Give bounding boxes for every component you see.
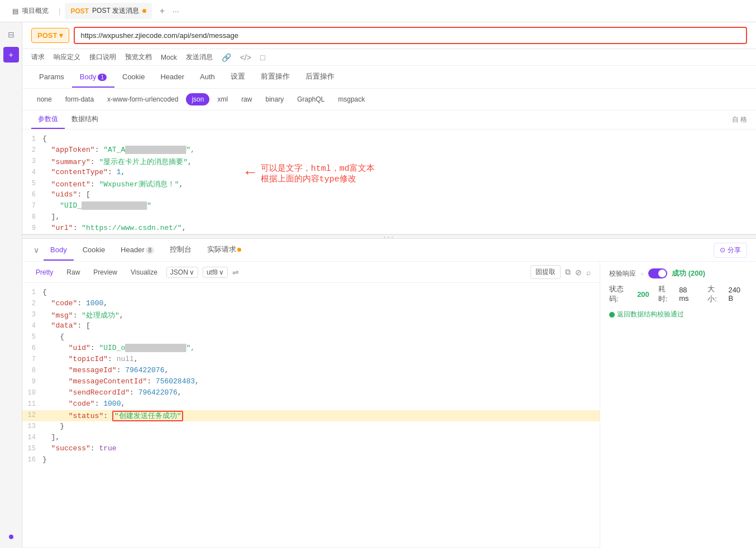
url-input[interactable] — [74, 27, 747, 44]
header-badge: 8 — [146, 247, 155, 254]
body-type-binary[interactable]: binary — [260, 93, 289, 105]
project-label: 项目概览 — [22, 6, 49, 16]
resp-main: Pretty Raw Preview Visualize JSON ∨ utf8… — [22, 262, 600, 548]
body-type-none[interactable]: none — [31, 93, 58, 105]
share-label: 分享 — [728, 246, 741, 255]
resp-tab-body[interactable]: Body — [44, 240, 74, 261]
copy-icon[interactable]: ⧉ — [565, 267, 571, 277]
body-type-form-data[interactable]: form-data — [60, 93, 99, 105]
wrap-icon[interactable]: ⇌ — [232, 268, 239, 277]
method-dropdown-icon: ▾ — [59, 31, 63, 40]
sidebar-add-btn[interactable]: + — [3, 47, 19, 63]
req-line-1: 1 { — [22, 134, 756, 145]
toolbar-api-desc[interactable]: 接口说明 — [89, 52, 116, 62]
method-label: POST — [37, 31, 57, 40]
encoding-select[interactable]: utf8 ∨ — [203, 267, 228, 278]
json-format-select[interactable]: JSON ∨ — [166, 267, 198, 278]
tab-add-button[interactable]: + — [156, 6, 168, 16]
window-icon[interactable]: □ — [260, 53, 265, 62]
tab-auth[interactable]: Auth — [192, 67, 223, 88]
extract-btn[interactable]: 固提取 — [530, 265, 561, 279]
tab-unsaved-dot — [142, 9, 146, 13]
clear-icon[interactable]: ⊘ — [575, 268, 582, 277]
sidebar-filter-btn[interactable]: ⊟ — [3, 27, 19, 42]
request-bar: POST ▾ — [22, 22, 756, 49]
tab-post-message[interactable]: POST POST 发送消息 — [65, 3, 151, 19]
tab-divider: | — [59, 7, 60, 15]
share-button[interactable]: ⊙ 分享 — [714, 243, 747, 258]
request-section: POST ▾ 请求 响应定义 接口说明 预览文档 Mock 发送消息 🔗 </>… — [22, 22, 756, 234]
resp-line-8: 8 "messageId": 796422076, — [22, 366, 600, 377]
search-icon[interactable]: ⌕ — [586, 268, 591, 277]
response-status-panel: 校验响应 ○ 成功 (200) 状态码: 200 耗时: 88 ms 大小: 2… — [600, 262, 756, 548]
resp-line-7: 7 "topicId": null, — [22, 354, 600, 366]
body-type-msgpack[interactable]: msgpack — [333, 93, 371, 105]
resp-line-6: 6 "uid": "UID_o██████████████", — [22, 343, 600, 354]
resp-line-16: 16 } — [22, 455, 600, 466]
body-type-xml[interactable]: xml — [212, 93, 233, 105]
link-icon[interactable]: 🔗 — [222, 53, 231, 62]
body-type-graphql[interactable]: GraphQL — [291, 93, 330, 105]
tab-project[interactable]: ▤ 项目概览 — [7, 3, 54, 19]
annotation-text: 可以是文字，html，md富文本 根据上面的内容type修改 — [261, 163, 375, 184]
resp-line-1: 1 { — [22, 287, 600, 299]
format-pretty[interactable]: Pretty — [31, 267, 58, 278]
resp-tab-actual-request[interactable]: 实际请求 — [200, 239, 248, 261]
status-info-line: 校验响应 ○ 成功 (200) — [609, 268, 747, 278]
format-raw[interactable]: Raw — [62, 267, 84, 278]
tab-cookie[interactable]: Cookie — [114, 67, 152, 88]
collapse-icon[interactable]: ∨ — [31, 241, 41, 259]
time-value: 88 ms — [679, 286, 698, 302]
response-format-bar: Pretty Raw Preview Visualize JSON ∨ utf8… — [22, 262, 600, 283]
toolbar-response-def[interactable]: 响应定义 — [54, 52, 80, 62]
toolbar-mock[interactable]: Mock — [161, 54, 177, 61]
resp-tab-console[interactable]: 控制台 — [163, 239, 198, 261]
tab-params[interactable]: Params — [31, 67, 72, 88]
body-type-urlencoded[interactable]: x-www-form-urlencoded — [102, 93, 184, 105]
tab-more-button[interactable]: ··· — [173, 7, 179, 16]
req-line-2: 2 "appToken": "AT_A██████████████", — [22, 145, 756, 156]
req-line-6: 6 "uids": [ — [22, 190, 756, 201]
tab-body[interactable]: Body1 — [72, 67, 114, 88]
subtab-params[interactable]: 参数值 — [31, 110, 65, 129]
code-icon[interactable]: </> — [240, 53, 251, 62]
status-code-label: 状态码: — [609, 284, 633, 304]
resp-line-3: 3 "msg": "处理成功", — [22, 310, 600, 321]
validate-toggle[interactable] — [648, 268, 667, 278]
tab-pre-op[interactable]: 前置操作 — [253, 66, 298, 88]
response-panel: ∨ Body Cookie Header8 控制台 实际请求 ⊙ 分享 — [22, 239, 756, 548]
resp-line-9: 9 "messageContentId": 756028483, — [22, 377, 600, 388]
tab-header[interactable]: Header — [152, 67, 192, 88]
resp-line-15: 15 "success": true — [22, 444, 600, 455]
panel-divider[interactable]: ··· — [22, 234, 756, 239]
tab-post-method: POST — [70, 7, 89, 15]
resp-line-14: 14 ], — [22, 432, 600, 444]
resp-tab-cookie[interactable]: Cookie — [76, 240, 112, 261]
toolbar-request[interactable]: 请求 — [31, 52, 45, 62]
time-label: 耗时: — [658, 284, 674, 304]
format-preview[interactable]: Preview — [89, 267, 122, 278]
request-body-editor[interactable]: 1 { 2 "appToken": "AT_A██████████████", … — [22, 129, 756, 234]
body-type-raw[interactable]: raw — [236, 93, 257, 105]
method-select[interactable]: POST ▾ — [31, 28, 69, 43]
subtab-structure[interactable]: 数据结构 — [65, 110, 105, 129]
tab-bar: ▤ 项目概览 | POST POST 发送消息 + ··· — [0, 0, 756, 22]
format-label[interactable]: 自 格 — [732, 115, 747, 124]
toolbar-send-message[interactable]: 发送消息 — [186, 52, 213, 62]
action-toolbar: 请求 响应定义 接口说明 预览文档 Mock 发送消息 🔗 </> □ — [22, 49, 756, 66]
toolbar-preview-doc[interactable]: 预览文档 — [125, 52, 152, 62]
req-line-7: 7 "UID_███████████████" — [22, 201, 756, 212]
tab-settings[interactable]: 设置 — [223, 66, 253, 88]
status-code: 成功 (200) — [672, 268, 705, 278]
resp-tab-header[interactable]: Header8 — [114, 240, 161, 261]
validation-success-badge: 返回数据结构校验通过 — [609, 310, 747, 319]
body-type-tabs: none form-data x-www-form-urlencoded jso… — [22, 89, 756, 110]
body-type-json[interactable]: json — [186, 93, 209, 105]
tab-post-op[interactable]: 后置操作 — [298, 66, 342, 88]
req-line-9: 9 "url": "https://www.csdn.net/", — [22, 223, 756, 234]
response-body-viewer: 1 { 2 "code": 1000, 3 "msg": "处理成功", — [22, 283, 600, 548]
timing-line: 状态码: 200 耗时: 88 ms 大小: 240 B — [609, 284, 747, 304]
main-layout: ⊟ + POST ▾ 请求 响应定义 — [0, 22, 756, 548]
format-visualize[interactable]: Visualize — [126, 267, 162, 278]
resp-line-11: 11 "code": 1000, — [22, 399, 600, 410]
